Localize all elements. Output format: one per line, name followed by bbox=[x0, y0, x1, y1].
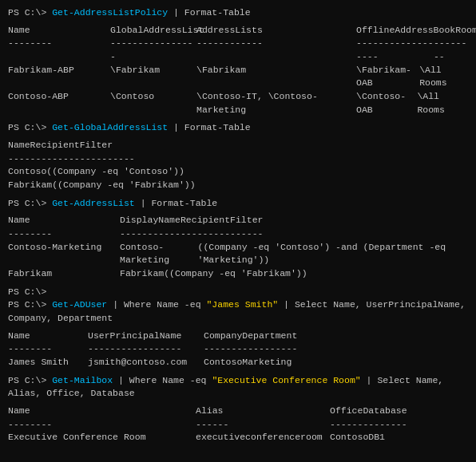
table-header: NameGlobalAddressListAddressListsOffline… bbox=[8, 24, 468, 38]
table-row: FabrikamFabrikam((Company -eq 'Fabrikam'… bbox=[8, 267, 468, 281]
prompt-line: PS C:\> Get-Mailbox | Where Name -eq "Ex… bbox=[8, 374, 468, 401]
section-section1: PS C:\> Get-AddressListPolicy | Format-T… bbox=[8, 6, 468, 121]
table-row: Contoso-MarketingContoso-Marketing((Comp… bbox=[8, 241, 468, 267]
prompt-line: PS C:\> bbox=[8, 286, 468, 299]
table-row: Fabrikam-ABP\Fabrikam\Fabrikam\Fabrikam-… bbox=[8, 64, 468, 90]
table-header: NameUserPrincipalNameCompanyDepartment bbox=[8, 330, 468, 343]
table-divider: ----------------------------------------… bbox=[8, 342, 468, 356]
table-row: Executive Conference Roomexecutiveconfer… bbox=[8, 431, 468, 444]
section-section2: PS C:\> Get-GlobalAddressList | Format-T… bbox=[8, 121, 468, 196]
prompt-line: PS C:\> Get-ADUser | Where Name -eq "Jam… bbox=[8, 298, 468, 325]
table-row: Contoso-ABP\Contoso\Contoso-IT, \Contoso… bbox=[8, 90, 468, 116]
table-divider: ---------------------------------- bbox=[8, 227, 468, 241]
prompt-line: PS C:\> Get-AddressListPolicy | Format-T… bbox=[8, 6, 468, 20]
section-section4: PS C:\>PS C:\> Get-ADUser | Where Name -… bbox=[8, 286, 468, 374]
terminal-window: PS C:\> Get-AddressListPolicy | Format-T… bbox=[8, 6, 468, 444]
prompt-line: PS C:\> Get-GlobalAddressList | Format-T… bbox=[8, 121, 468, 135]
section-section3: PS C:\> Get-AddressList | Format-TableNa… bbox=[8, 197, 468, 286]
table-header: NameAliasOfficeDatabase bbox=[8, 405, 468, 418]
table-divider: ---------------------------- bbox=[8, 418, 468, 432]
section-section5: PS C:\> Get-Mailbox | Where Name -eq "Ex… bbox=[8, 374, 468, 444]
table-row: Contoso((Company -eq 'Contoso')) bbox=[8, 165, 468, 179]
table-header: NameRecipientFilter bbox=[8, 139, 468, 152]
table-row: James Smithjsmith@contoso.comContosoMark… bbox=[8, 356, 468, 369]
table-divider: ----------------------------------------… bbox=[8, 37, 468, 63]
table-row: Fabrikam((Company -eq 'Fabrikam')) bbox=[8, 179, 468, 192]
table-divider: ----------------------- bbox=[8, 152, 468, 166]
table-header: NameDisplayNameRecipientFilter bbox=[8, 214, 468, 227]
prompt-line: PS C:\> Get-AddressList | Format-Table bbox=[8, 197, 468, 211]
